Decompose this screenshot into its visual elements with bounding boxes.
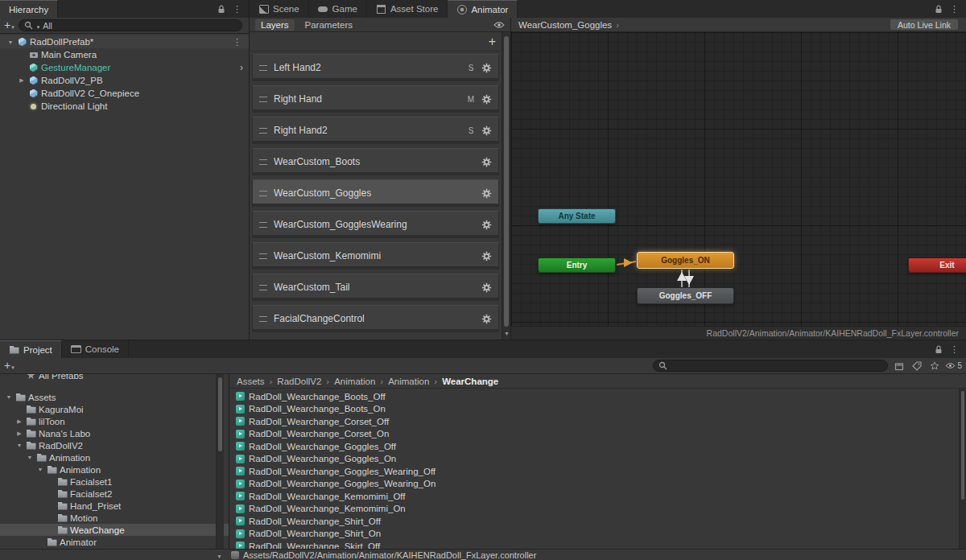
asset-item[interactable]: RadDoll_Wearchange_Boots_Off xyxy=(236,390,956,403)
editor-tab[interactable]: Animator xyxy=(448,0,518,18)
hierarchy-item[interactable]: GestureManager xyxy=(0,61,249,74)
folder-item[interactable]: Facialset1 xyxy=(0,476,229,488)
folder-item[interactable]: lilToon xyxy=(0,415,229,427)
scroll-down-icon[interactable] xyxy=(504,327,510,338)
expand-arrow[interactable] xyxy=(6,39,14,45)
panel-tab[interactable]: Project xyxy=(0,340,62,358)
expand-arrow[interactable] xyxy=(18,77,26,84)
hierarchy-item[interactable]: Main Camera xyxy=(0,48,249,61)
asset-item[interactable]: RadDoll_Wearchange_Skirt_Off xyxy=(236,540,956,549)
drag-handle-icon[interactable] xyxy=(259,191,267,196)
eye-icon[interactable] xyxy=(493,21,505,29)
state-node[interactable]: Exit xyxy=(908,257,966,273)
asset-item[interactable]: RadDoll_Wearchange_Shirt_Off xyxy=(236,515,956,528)
hierarchy-item[interactable]: Directional Light xyxy=(0,100,249,113)
folder-item[interactable]: Animation xyxy=(0,463,229,476)
animator-layer[interactable]: Right Hand M xyxy=(252,85,499,113)
breadcrumb-item[interactable]: Animation xyxy=(321,377,375,386)
folder-item[interactable]: Hand_Priset xyxy=(0,500,229,512)
kebab-menu-icon[interactable] xyxy=(950,344,959,355)
drag-handle-icon[interactable] xyxy=(259,316,267,322)
editor-tab[interactable]: Asset Store xyxy=(367,0,448,18)
scrollbar-thumb[interactable] xyxy=(961,391,964,500)
asset-item[interactable]: RadDoll_Wearchange_Corset_Off xyxy=(236,415,956,428)
expand-arrow[interactable] xyxy=(15,418,23,425)
breadcrumb-item[interactable]: RadDollV2 xyxy=(265,377,322,386)
gear-icon[interactable] xyxy=(481,314,492,324)
lock-icon[interactable] xyxy=(935,345,943,354)
kebab-menu-icon[interactable] xyxy=(233,37,242,47)
folder-item[interactable]: Motion xyxy=(0,512,229,524)
gear-icon[interactable] xyxy=(481,94,492,105)
expand-arrow[interactable] xyxy=(5,394,13,400)
animator-layer[interactable]: WearCustom_Tail xyxy=(252,274,499,301)
hierarchy-root-item[interactable]: RadDollPrefab* xyxy=(0,35,249,48)
parameters-tab[interactable]: Parameters xyxy=(299,19,358,31)
folder-item[interactable]: RadDollV2 xyxy=(0,439,229,451)
transition-entry-to-on[interactable] xyxy=(617,258,636,267)
state-node[interactable]: Goggles_ON xyxy=(637,252,734,269)
transition-on-off[interactable] xyxy=(677,270,694,287)
drag-handle-icon[interactable] xyxy=(259,285,267,290)
kebab-menu-icon[interactable] xyxy=(950,3,959,14)
animator-layer[interactable]: Right Hand2 S xyxy=(252,117,499,144)
animator-layer[interactable]: WearCustom_Goggles xyxy=(252,179,499,207)
editor-tab[interactable]: Game xyxy=(309,0,367,18)
editor-tab[interactable]: Scene xyxy=(250,0,309,18)
drag-handle-icon[interactable] xyxy=(259,253,267,259)
add-layer-button[interactable] xyxy=(489,35,496,48)
expand-arrow[interactable] xyxy=(26,455,34,460)
create-asset-button[interactable] xyxy=(4,360,14,372)
open-prefab-chevron-icon[interactable] xyxy=(240,62,243,73)
folder-item[interactable]: Assets xyxy=(0,391,229,403)
animator-graph[interactable]: Any State Entry Goggles_ON xyxy=(511,32,966,326)
scroll-down-icon[interactable] xyxy=(217,550,222,560)
expand-arrow[interactable] xyxy=(15,430,23,437)
breadcrumb-item[interactable]: WearChange xyxy=(429,377,498,386)
drag-handle-icon[interactable] xyxy=(259,97,267,102)
state-node[interactable]: Entry xyxy=(538,257,616,273)
drag-handle-icon[interactable] xyxy=(259,65,267,71)
gear-icon[interactable] xyxy=(481,188,492,199)
lock-icon[interactable] xyxy=(217,5,225,14)
asset-item[interactable]: RadDoll_Wearchange_Goggles_On xyxy=(236,453,956,466)
drag-handle-icon[interactable] xyxy=(259,222,267,228)
hierarchy-search[interactable]: All xyxy=(19,19,242,31)
animator-layer[interactable]: WearCustom_Boots xyxy=(252,148,499,175)
gear-icon[interactable] xyxy=(481,251,492,261)
asset-item[interactable]: RadDoll_Wearchange_Goggles_Off xyxy=(236,440,956,453)
folder-item[interactable]: Facialset2 xyxy=(0,488,229,500)
expand-arrow[interactable] xyxy=(15,443,23,448)
asset-item[interactable]: RadDoll_Wearchange_Boots_On xyxy=(236,403,956,416)
gear-icon[interactable] xyxy=(481,220,492,230)
favorites-icon[interactable] xyxy=(927,361,941,371)
layers-tab[interactable]: Layers xyxy=(255,19,295,31)
expand-arrow[interactable] xyxy=(36,467,44,472)
asset-item[interactable]: RadDoll_Wearchange_Kemomimi_Off xyxy=(236,490,956,503)
animator-layer[interactable]: FacialChangeControl xyxy=(252,305,499,332)
scrollbar-thumb[interactable] xyxy=(504,36,509,327)
hidden-items-toggle[interactable]: 5 xyxy=(945,361,962,370)
lock-icon[interactable] xyxy=(935,5,943,14)
asset-item[interactable]: RadDoll_Wearchange_Goggles_Wearing_On xyxy=(236,478,956,491)
gear-icon[interactable] xyxy=(481,157,492,167)
scrollbar[interactable] xyxy=(502,32,510,340)
gear-icon[interactable] xyxy=(481,126,492,136)
folder-item[interactable]: Animator xyxy=(0,536,229,548)
scrollbar[interactable] xyxy=(959,389,966,549)
state-node[interactable]: Any State xyxy=(538,208,616,224)
folder-item[interactable]: WearChange xyxy=(0,524,229,536)
drag-handle-icon[interactable] xyxy=(259,128,267,134)
asset-item[interactable]: RadDoll_Wearchange_Shirt_On xyxy=(236,528,956,541)
breadcrumb-item[interactable]: Animation xyxy=(375,377,429,386)
state-node[interactable]: Goggles_OFF xyxy=(637,287,734,304)
search-filter-caret-icon[interactable] xyxy=(36,21,40,31)
folder-item[interactable]: Animation xyxy=(0,451,229,463)
package-filter-icon[interactable] xyxy=(892,361,906,371)
create-object-button[interactable] xyxy=(4,19,14,31)
animator-layer[interactable]: WearCustom_GogglesWearing xyxy=(252,211,499,238)
folder-item[interactable]: KaguraMoi xyxy=(0,403,229,415)
tab-hierarchy[interactable]: Hierarchy xyxy=(0,0,58,18)
hierarchy-item[interactable]: RadDollV2_PB xyxy=(0,74,249,87)
panel-tab[interactable]: Console xyxy=(62,340,129,358)
